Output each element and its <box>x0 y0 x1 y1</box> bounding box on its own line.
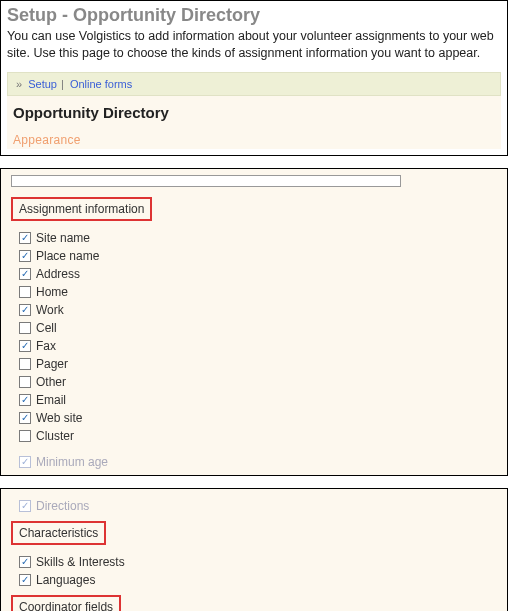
assignment-item-row: Pager <box>19 355 497 373</box>
assignment-item-label: Home <box>36 285 68 299</box>
assignment-item-label: Place name <box>36 249 99 263</box>
minimum-age-row: Minimum age <box>19 453 497 471</box>
assignment-information-label: Assignment information <box>11 197 152 221</box>
page-title: Setup - Opportunity Directory <box>7 5 501 26</box>
assignment-item-row: Place name <box>19 247 497 265</box>
assignment-item-label: Site name <box>36 231 90 245</box>
assignment-item-row: Site name <box>19 229 497 247</box>
minimum-age-checkbox[interactable] <box>19 456 31 468</box>
breadcrumb-prefix: » <box>16 78 22 90</box>
assignment-item-row: Address <box>19 265 497 283</box>
lower-panel: Directions Characteristics Skills & Inte… <box>0 488 508 611</box>
assignment-item-label: Fax <box>36 339 56 353</box>
assignment-item-label: Address <box>36 267 80 281</box>
assignment-item-checkbox[interactable] <box>19 430 31 442</box>
assignment-item-row: Web site <box>19 409 497 427</box>
section-heading: Opportunity Directory <box>7 96 501 129</box>
characteristics-item-checkbox[interactable] <box>19 574 31 586</box>
assignment-item-checkbox[interactable] <box>19 376 31 388</box>
characteristics-item-row: Skills & Interests <box>19 553 497 571</box>
characteristics-item-label: Skills & Interests <box>36 555 125 569</box>
assignment-item-label: Web site <box>36 411 82 425</box>
assignment-checklist: Site namePlace nameAddressHomeWorkCellFa… <box>11 227 497 445</box>
characteristics-label: Characteristics <box>11 521 106 545</box>
breadcrumb-separator: | <box>61 78 64 90</box>
assignment-item-checkbox[interactable] <box>19 304 31 316</box>
assignment-item-row: Work <box>19 301 497 319</box>
assignment-item-checkbox[interactable] <box>19 250 31 262</box>
breadcrumb-setup[interactable]: Setup <box>28 78 57 90</box>
assignment-item-checkbox[interactable] <box>19 412 31 424</box>
assignment-item-label: Work <box>36 303 64 317</box>
assignment-item-label: Email <box>36 393 66 407</box>
assignment-item-checkbox[interactable] <box>19 232 31 244</box>
page-description: You can use Volgistics to add informatio… <box>7 28 501 62</box>
assignment-info-body: Assignment information Site namePlace na… <box>1 169 507 475</box>
assignment-item-checkbox[interactable] <box>19 268 31 280</box>
lower-body: Directions Characteristics Skills & Inte… <box>1 489 507 611</box>
assignment-item-row: Home <box>19 283 497 301</box>
appearance-label: Appearance <box>7 129 501 149</box>
assignment-item-label: Cell <box>36 321 57 335</box>
breadcrumb: » Setup | Online forms <box>7 72 501 96</box>
characteristics-item-row: Languages <box>19 571 497 589</box>
assignment-item-row: Cluster <box>19 427 497 445</box>
assignment-item-row: Other <box>19 373 497 391</box>
assignment-item-checkbox[interactable] <box>19 394 31 406</box>
directions-label: Directions <box>36 499 89 513</box>
assignment-item-row: Email <box>19 391 497 409</box>
coordinator-fields-label: Coordinator fields <box>11 595 121 611</box>
header-panel: Setup - Opportunity Directory You can us… <box>0 0 508 156</box>
assignment-info-panel: Assignment information Site namePlace na… <box>0 168 508 476</box>
directions-row: Directions <box>19 497 497 515</box>
assignment-item-checkbox[interactable] <box>19 358 31 370</box>
assignment-item-label: Pager <box>36 357 68 371</box>
characteristics-checklist: Skills & InterestsLanguages <box>11 551 497 589</box>
assignment-item-checkbox[interactable] <box>19 340 31 352</box>
directions-checkbox[interactable] <box>19 500 31 512</box>
assignment-item-row: Fax <box>19 337 497 355</box>
breadcrumb-online-forms[interactable]: Online forms <box>70 78 132 90</box>
assignment-item-label: Other <box>36 375 66 389</box>
characteristics-item-checkbox[interactable] <box>19 556 31 568</box>
assignment-item-checkbox[interactable] <box>19 322 31 334</box>
characteristics-item-label: Languages <box>36 573 95 587</box>
assignment-item-checkbox[interactable] <box>19 286 31 298</box>
input-bar[interactable] <box>11 175 401 187</box>
assignment-item-label: Cluster <box>36 429 74 443</box>
assignment-item-row: Cell <box>19 319 497 337</box>
minimum-age-label: Minimum age <box>36 455 108 469</box>
